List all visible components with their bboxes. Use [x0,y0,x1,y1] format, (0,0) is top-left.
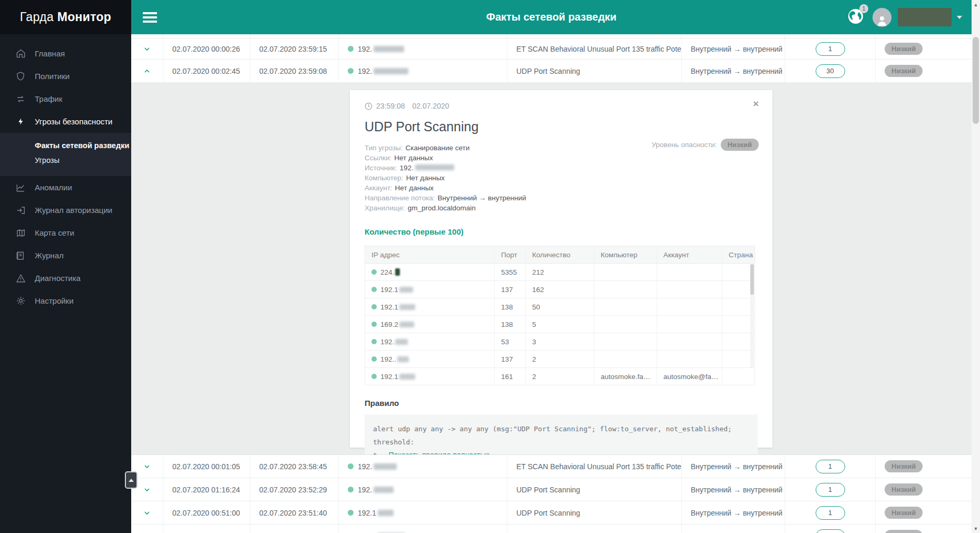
count-table-row: 192.1 161 2 autosmoke.fa… autosmoke@fa… [365,368,754,385]
sidebar-item-diagnostics[interactable]: Диагностика [0,267,131,289]
rule-text-box: alert udp any any -> any any (msg:"UDP P… [365,414,758,455]
status-dot [348,510,354,516]
cell-source-ip: 192. [339,478,507,501]
count-badge: 1 [816,529,845,533]
sidebar-item-journal[interactable]: Журнал [0,244,131,267]
submenu-item-threats[interactable]: Угрозы [35,153,131,168]
expand-row-button[interactable] [131,525,163,533]
book-icon [15,250,26,261]
cell-end-time: 02.07.2020 23:52:29 [250,478,339,501]
count-table-row: 192.1 137 162 [365,281,754,298]
sidebar-item-settings[interactable]: Настройки [0,289,131,312]
severity-badge: Низкий [885,507,923,519]
cell-flow-direction: Внутренний → внутренний [682,455,785,478]
submenu-item-network-recon-facts[interactable]: Факты сетевой разведки [35,138,131,153]
chevron-down-icon[interactable] [957,16,962,19]
lightning-icon [15,117,26,127]
sidebar-item-home[interactable]: Главная [0,42,131,65]
detail-date: 02.07.2020 [413,102,449,110]
cell-end-time: 02.07.2020 23:59:08 [250,60,339,82]
cell-end-time: 02.07.2020 23:58:45 [250,455,339,478]
ip-redaction [374,487,394,493]
count-table: IP адрес Порт Количество Компьютер Аккау… [365,246,755,385]
status-dot [348,46,354,52]
table-row[interactable]: 02.07.2020 00:51:00 02.07.2020 23:51:40 … [131,501,972,525]
sidebar-item-auth-log[interactable]: Журнал авторизации [0,199,131,221]
sidebar-item-label: Настройки [35,296,74,305]
sidebar-item-policies[interactable]: Политики [0,65,131,88]
cell-flow-direction: Внутренний → внутренний [682,501,785,524]
count-table-row: 192.. 137 2 [365,351,754,368]
status-dot [348,487,354,492]
count-table-row: 192. 53 3 [365,333,754,351]
ip-redaction [415,164,454,170]
count-badge: 30 [816,64,845,78]
table-row[interactable]: 02.07.2020 01:16:24 02.07.2020 23:52:29 … [131,478,972,501]
count-table-row: 192.1 138 50 [365,298,754,316]
severity-badge: Низкий [885,483,923,496]
page-title: Факты сетевой разведки [131,11,972,23]
ip-redaction [374,68,408,74]
cell-start-time: 02.07.2020 00:51:00 [163,501,250,524]
collapse-row-button[interactable] [131,60,163,82]
events-table: 02.07.2020 00:00:26 02.07.2020 23:59:15 … [131,34,972,533]
sidebar-item-anomalies[interactable]: Аномалии [0,176,131,199]
cell-count: 1 [785,38,876,59]
header-actions: 1 [847,8,962,27]
expand-row-button[interactable] [131,501,163,524]
security-submenu: Факты сетевой разведки Угрозы [0,133,131,176]
show-full-rule-link[interactable]: Показать правило полностью [388,451,489,455]
top-header: Факты сетевой разведки 1 [131,0,972,34]
expand-row-button[interactable] [131,38,163,59]
count-badge: 1 [816,506,845,520]
cell-severity: Низкий [876,455,972,478]
scroll-to-top-button[interactable] [125,471,138,489]
rule-section-title: Правило [365,399,758,408]
sidebar-item-label: Угрозы безопасности [35,117,113,126]
table-row-expanded[interactable]: 02.07.2020 00:02:45 02.07.2020 23:59:08 … [131,60,972,83]
cell-flow-direction: Внутренний → внутренний [682,38,785,59]
sidebar-item-label: Политики [35,72,70,81]
table-row-partial-top [131,34,972,38]
scrollbar-up-arrow[interactable]: ▲ [972,0,980,9]
cell-count: 1 [785,501,876,524]
cell-flow-direction: Внутренний → внутренний [682,525,785,533]
sidebar-item-label: Карта сети [35,228,74,237]
sidebar-item-security-threats[interactable]: Угрозы безопасности [0,110,131,133]
scrollbar-down-arrow[interactable]: ▼ [972,524,980,533]
sign-in-icon [15,205,26,216]
cell-flow-direction: Внутренний → внутренний [682,60,785,82]
status-dot [348,463,354,469]
count-badge: 1 [816,483,845,497]
close-icon[interactable]: × [753,99,759,109]
cell-severity: Низкий [876,501,972,524]
cell-end-time: 02.07.2020 23:51:40 [250,525,339,533]
sidebar-item-label: Аномалии [35,183,72,192]
username-redacted[interactable] [898,8,952,26]
sidebar-item-network-map[interactable]: Карта сети [0,221,131,244]
scrollbar-thumb[interactable] [973,37,979,124]
user-avatar[interactable] [873,8,891,27]
severity-badge: Низкий [885,530,923,533]
globe-notifications-button[interactable]: 1 [847,8,864,27]
table-row-partial-bottom[interactable]: 02.07.2020 00:51:00 02.07.2020 23:51:40 … [131,525,972,533]
cell-threat-name: ET SCAN Behavioral Unusual Port 135 traf… [507,38,682,59]
sidebar-item-label: Журнал авторизации [35,206,112,215]
cell-count: 1 [785,478,876,501]
table-row[interactable]: 02.07.2020 00:00:26 02.07.2020 23:59:15 … [131,38,972,60]
notification-badge: 1 [859,4,868,13]
sidebar-item-label: Главная [35,49,65,58]
app-logo[interactable]: Гарда Монитор [0,0,131,34]
table-row[interactable]: 02.07.2020 00:01:05 02.07.2020 23:58:45 … [131,455,972,478]
ip-redaction [378,510,394,516]
inner-table-scrollbar[interactable] [750,264,754,367]
cell-source-ip: 192.1 [339,501,507,524]
ip-redaction [374,46,404,52]
cell-count: 1 [785,455,876,478]
cell-source-ip: 192. [339,60,507,82]
ip-redaction [395,339,408,345]
ip-redaction [374,463,397,470]
home-icon [15,49,26,59]
page-scrollbar[interactable]: ▲ ▼ [972,0,980,533]
sidebar-item-traffic[interactable]: Трафик [0,88,131,110]
